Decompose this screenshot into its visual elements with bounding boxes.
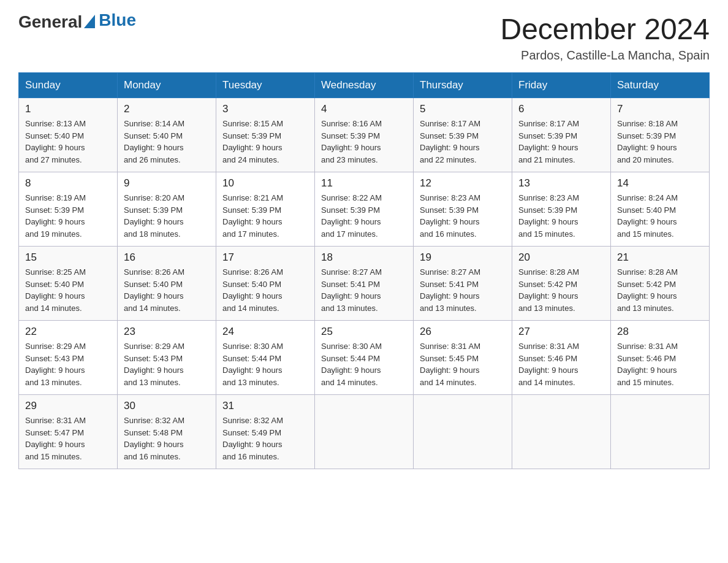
calendar-cell: 5 Sunrise: 8:17 AM Sunset: 5:39 PM Dayli…	[414, 98, 512, 172]
calendar-cell: 13 Sunrise: 8:23 AM Sunset: 5:39 PM Dayl…	[512, 172, 611, 247]
calendar-cell: 16 Sunrise: 8:26 AM Sunset: 5:40 PM Dayl…	[118, 247, 216, 321]
calendar-cell: 26 Sunrise: 8:31 AM Sunset: 5:45 PM Dayl…	[414, 321, 512, 395]
title-block: December 2024 Pardos, Castille-La Mancha…	[500, 12, 710, 63]
day-info: Sunrise: 8:29 AM Sunset: 5:43 PM Dayligh…	[25, 340, 111, 388]
calendar-cell: 23 Sunrise: 8:29 AM Sunset: 5:43 PM Dayl…	[118, 321, 216, 395]
day-number: 10	[222, 177, 308, 190]
calendar-cell	[315, 395, 414, 469]
calendar-cell: 30 Sunrise: 8:32 AM Sunset: 5:48 PM Dayl…	[118, 395, 216, 469]
day-info: Sunrise: 8:17 AM Sunset: 5:39 PM Dayligh…	[518, 118, 604, 166]
day-number: 28	[617, 326, 703, 338]
day-number: 4	[321, 103, 407, 115]
calendar-cell: 20 Sunrise: 8:28 AM Sunset: 5:42 PM Dayl…	[512, 247, 611, 321]
day-info: Sunrise: 8:16 AM Sunset: 5:39 PM Dayligh…	[321, 118, 407, 166]
calendar-cell: 21 Sunrise: 8:28 AM Sunset: 5:42 PM Dayl…	[611, 247, 710, 321]
calendar-cell: 11 Sunrise: 8:22 AM Sunset: 5:39 PM Dayl…	[315, 172, 414, 247]
day-info: Sunrise: 8:29 AM Sunset: 5:43 PM Dayligh…	[124, 340, 210, 388]
calendar-cell: 19 Sunrise: 8:27 AM Sunset: 5:41 PM Dayl…	[414, 247, 512, 321]
calendar-week-row: 8 Sunrise: 8:19 AM Sunset: 5:39 PM Dayli…	[19, 172, 710, 247]
calendar-cell: 3 Sunrise: 8:15 AM Sunset: 5:39 PM Dayli…	[216, 98, 315, 172]
day-number: 21	[617, 251, 703, 264]
day-info: Sunrise: 8:17 AM Sunset: 5:39 PM Dayligh…	[420, 118, 506, 166]
calendar-cell: 14 Sunrise: 8:24 AM Sunset: 5:40 PM Dayl…	[611, 172, 710, 247]
day-info: Sunrise: 8:32 AM Sunset: 5:49 PM Dayligh…	[222, 415, 308, 462]
day-info: Sunrise: 8:13 AM Sunset: 5:40 PM Dayligh…	[25, 118, 111, 166]
day-info: Sunrise: 8:28 AM Sunset: 5:42 PM Dayligh…	[518, 266, 604, 314]
day-info: Sunrise: 8:30 AM Sunset: 5:44 PM Dayligh…	[222, 340, 308, 388]
calendar-cell: 4 Sunrise: 8:16 AM Sunset: 5:39 PM Dayli…	[315, 98, 414, 172]
calendar-cell: 27 Sunrise: 8:31 AM Sunset: 5:46 PM Dayl…	[512, 321, 611, 395]
calendar-cell: 31 Sunrise: 8:32 AM Sunset: 5:49 PM Dayl…	[216, 395, 315, 469]
calendar-week-row: 29 Sunrise: 8:31 AM Sunset: 5:47 PM Dayl…	[19, 395, 710, 469]
page-title: December 2024	[500, 12, 710, 46]
calendar-table: SundayMondayTuesdayWednesdayThursdayFrid…	[18, 72, 710, 469]
day-number: 8	[25, 177, 111, 190]
calendar-cell: 9 Sunrise: 8:20 AM Sunset: 5:39 PM Dayli…	[118, 172, 216, 247]
day-info: Sunrise: 8:22 AM Sunset: 5:39 PM Dayligh…	[321, 192, 407, 240]
calendar-header-thursday: Thursday	[414, 73, 512, 98]
calendar-header-friday: Friday	[512, 73, 611, 98]
calendar-cell: 7 Sunrise: 8:18 AM Sunset: 5:39 PM Dayli…	[611, 98, 710, 172]
page-header: General Blue December 2024 Pardos, Casti…	[18, 12, 710, 63]
day-number: 27	[518, 326, 604, 338]
day-number: 18	[321, 251, 407, 264]
calendar-cell: 24 Sunrise: 8:30 AM Sunset: 5:44 PM Dayl…	[216, 321, 315, 395]
calendar-week-row: 1 Sunrise: 8:13 AM Sunset: 5:40 PM Dayli…	[19, 98, 710, 172]
day-number: 16	[124, 251, 210, 264]
day-info: Sunrise: 8:31 AM Sunset: 5:47 PM Dayligh…	[25, 415, 111, 462]
day-number: 3	[222, 103, 308, 115]
calendar-header-saturday: Saturday	[611, 73, 710, 98]
day-number: 24	[222, 326, 308, 338]
calendar-week-row: 22 Sunrise: 8:29 AM Sunset: 5:43 PM Dayl…	[19, 321, 710, 395]
logo-blue-text: Blue	[99, 10, 136, 29]
day-info: Sunrise: 8:31 AM Sunset: 5:45 PM Dayligh…	[420, 340, 506, 388]
calendar-cell: 6 Sunrise: 8:17 AM Sunset: 5:39 PM Dayli…	[512, 98, 611, 172]
day-number: 30	[124, 400, 210, 412]
day-info: Sunrise: 8:20 AM Sunset: 5:39 PM Dayligh…	[124, 192, 210, 240]
calendar-week-row: 15 Sunrise: 8:25 AM Sunset: 5:40 PM Dayl…	[19, 247, 710, 321]
calendar-cell: 15 Sunrise: 8:25 AM Sunset: 5:40 PM Dayl…	[19, 247, 118, 321]
day-number: 17	[222, 251, 308, 264]
day-info: Sunrise: 8:26 AM Sunset: 5:40 PM Dayligh…	[222, 266, 308, 314]
day-number: 19	[420, 251, 506, 264]
calendar-cell	[414, 395, 512, 469]
calendar-header-row: SundayMondayTuesdayWednesdayThursdayFrid…	[19, 73, 710, 98]
day-number: 9	[124, 177, 210, 190]
logo-triangle-icon	[84, 15, 95, 31]
day-number: 1	[25, 103, 111, 115]
day-info: Sunrise: 8:23 AM Sunset: 5:39 PM Dayligh…	[518, 192, 604, 240]
day-info: Sunrise: 8:32 AM Sunset: 5:48 PM Dayligh…	[124, 415, 210, 462]
day-info: Sunrise: 8:28 AM Sunset: 5:42 PM Dayligh…	[617, 266, 703, 314]
calendar-cell: 17 Sunrise: 8:26 AM Sunset: 5:40 PM Dayl…	[216, 247, 315, 321]
logo: General Blue	[18, 12, 136, 32]
calendar-cell: 12 Sunrise: 8:23 AM Sunset: 5:39 PM Dayl…	[414, 172, 512, 247]
day-info: Sunrise: 8:19 AM Sunset: 5:39 PM Dayligh…	[25, 192, 111, 240]
day-number: 15	[25, 251, 111, 264]
calendar-cell: 2 Sunrise: 8:14 AM Sunset: 5:40 PM Dayli…	[118, 98, 216, 172]
day-info: Sunrise: 8:30 AM Sunset: 5:44 PM Dayligh…	[321, 340, 407, 388]
svg-marker-0	[84, 15, 95, 28]
calendar-cell: 8 Sunrise: 8:19 AM Sunset: 5:39 PM Dayli…	[19, 172, 118, 247]
day-number: 13	[518, 177, 604, 190]
day-number: 12	[420, 177, 506, 190]
day-number: 7	[617, 103, 703, 115]
day-number: 5	[420, 103, 506, 115]
day-info: Sunrise: 8:14 AM Sunset: 5:40 PM Dayligh…	[124, 118, 210, 166]
calendar-cell: 22 Sunrise: 8:29 AM Sunset: 5:43 PM Dayl…	[19, 321, 118, 395]
calendar-header-tuesday: Tuesday	[216, 73, 315, 98]
calendar-cell	[512, 395, 611, 469]
calendar-cell: 18 Sunrise: 8:27 AM Sunset: 5:41 PM Dayl…	[315, 247, 414, 321]
day-number: 29	[25, 400, 111, 412]
day-number: 23	[124, 326, 210, 338]
day-info: Sunrise: 8:31 AM Sunset: 5:46 PM Dayligh…	[518, 340, 604, 388]
day-info: Sunrise: 8:26 AM Sunset: 5:40 PM Dayligh…	[124, 266, 210, 314]
day-number: 20	[518, 251, 604, 264]
calendar-cell: 29 Sunrise: 8:31 AM Sunset: 5:47 PM Dayl…	[19, 395, 118, 469]
day-info: Sunrise: 8:25 AM Sunset: 5:40 PM Dayligh…	[25, 266, 111, 314]
day-number: 25	[321, 326, 407, 338]
page-subtitle: Pardos, Castille-La Mancha, Spain	[500, 48, 710, 63]
calendar-cell: 10 Sunrise: 8:21 AM Sunset: 5:39 PM Dayl…	[216, 172, 315, 247]
calendar-header-sunday: Sunday	[19, 73, 118, 98]
calendar-cell: 25 Sunrise: 8:30 AM Sunset: 5:44 PM Dayl…	[315, 321, 414, 395]
day-number: 14	[617, 177, 703, 190]
